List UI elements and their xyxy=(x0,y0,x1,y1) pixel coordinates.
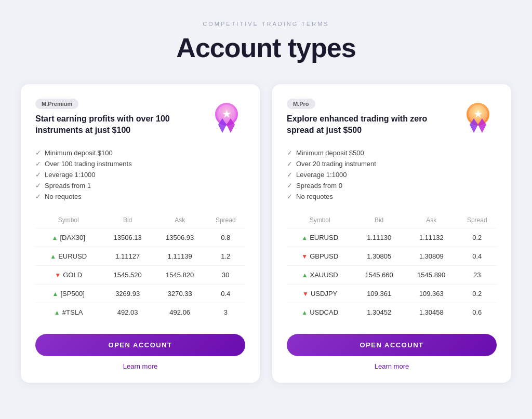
feature-item: ✓No requotes xyxy=(287,191,497,202)
spread-cell: 1.2 xyxy=(206,247,246,266)
feature-item: ✓Spreads from 0 xyxy=(287,180,497,191)
table-row: ▲USDCAD1.304521.304580.6 xyxy=(287,303,497,322)
table-column-header: Spread xyxy=(206,212,246,228)
checkmark-icon: ✓ xyxy=(35,182,41,190)
spread-cell: 30 xyxy=(206,266,246,285)
feature-text: Over 100 trading instruments xyxy=(45,160,132,168)
badge-premium: M.Premium xyxy=(35,99,78,109)
feature-text: Over 20 trading instrument xyxy=(296,160,376,168)
feature-text: Minimum deposit $500 xyxy=(296,149,364,157)
feature-item: ✓Spreads from 1 xyxy=(35,180,245,191)
bid-cell: 1.11127 xyxy=(101,247,154,266)
symbol-cell: ▲EURUSD xyxy=(287,228,353,247)
bid-cell: 492.03 xyxy=(101,303,154,322)
medal-premium-icon: ★ xyxy=(208,99,245,138)
feature-text: No requotes xyxy=(296,193,333,200)
badge-pro: M.Pro xyxy=(287,99,315,109)
bid-cell: 1.30805 xyxy=(353,247,405,266)
ask-cell: 1545.890 xyxy=(405,266,458,285)
medal-pro-icon: ★ xyxy=(459,99,497,138)
symbol-name: GBPUSD xyxy=(310,252,338,260)
feature-item: ✓Leverage 1:1000 xyxy=(35,169,245,180)
learn-more-link-pro[interactable]: Learn more xyxy=(287,362,497,370)
svg-text:★: ★ xyxy=(474,109,483,119)
checkmark-icon: ✓ xyxy=(287,182,292,190)
symbol-cell: ▼GBPUSD xyxy=(287,247,353,266)
table-row: ▲EURUSD1.111301.111320.2 xyxy=(287,228,497,247)
feature-text: Leverage 1:1000 xyxy=(45,171,96,179)
symbol-name: [SP500] xyxy=(60,290,84,298)
table-premium: SymbolBidAskSpread▲[DAX30]13506.1313506.… xyxy=(35,212,245,321)
symbol-cell: ▲[DAX30] xyxy=(35,228,101,247)
arrow-up-icon: ▲ xyxy=(52,234,58,241)
table-row: ▼USDJPY109.361109.3630.2 xyxy=(287,285,497,303)
card-premium-header: M.PremiumStart earning profits with over… xyxy=(35,99,245,138)
symbol-cell: ▲USDCAD xyxy=(287,303,353,322)
arrow-down-icon: ▼ xyxy=(301,253,308,260)
ask-cell: 1.30809 xyxy=(405,247,458,266)
feature-text: Minimum deposit $100 xyxy=(45,149,113,157)
feature-item: ✓Over 20 trading instrument xyxy=(287,158,497,169)
feature-text: Spreads from 1 xyxy=(45,182,91,190)
learn-more-link-premium[interactable]: Learn more xyxy=(35,362,245,370)
checkmark-icon: ✓ xyxy=(35,149,41,157)
spread-cell: 0.6 xyxy=(458,303,497,322)
table-column-header: Symbol xyxy=(35,212,101,228)
arrow-down-icon: ▼ xyxy=(55,272,61,279)
symbol-cell: ▲XAUUSD xyxy=(287,266,353,285)
symbol-name: XAUUSD xyxy=(310,271,338,279)
bid-cell: 1545.660 xyxy=(353,266,405,285)
ask-cell: 109.363 xyxy=(405,285,458,303)
section-label: COMPETITIVE TRADING TERMS xyxy=(203,21,329,27)
symbol-cell: ▲EURUSD xyxy=(35,247,101,266)
card-pro-title: Explore enhanced trading with zero sprea… xyxy=(287,113,451,137)
ask-cell: 1.11132 xyxy=(405,228,458,247)
ask-cell: 13506.93 xyxy=(154,228,206,247)
symbol-name: GOLD xyxy=(63,271,82,279)
feature-text: No requotes xyxy=(45,193,82,200)
table-row: ▼GOLD1545.5201545.82030 xyxy=(35,266,245,285)
table-row: ▲EURUSD1.111271.111391.2 xyxy=(35,247,245,266)
arrow-up-icon: ▲ xyxy=(50,253,56,260)
feature-text: Spreads from 0 xyxy=(296,182,342,190)
bid-cell: 13506.13 xyxy=(101,228,154,247)
bid-cell: 1545.520 xyxy=(101,266,154,285)
arrow-up-icon: ▲ xyxy=(301,309,308,316)
table-column-header: Ask xyxy=(154,212,206,228)
card-pro: M.ProExplore enhanced trading with zero … xyxy=(272,84,511,383)
table-row: ▼GBPUSD1.308051.308090.4 xyxy=(287,247,497,266)
open-account-button-pro[interactable]: OPEN ACCOUNT xyxy=(287,334,497,356)
feature-item: ✓Minimum deposit $100 xyxy=(35,147,245,158)
bid-cell: 1.11130 xyxy=(353,228,405,247)
table-column-header: Bid xyxy=(353,212,405,228)
bid-cell: 1.30452 xyxy=(353,303,405,322)
table-column-header: Spread xyxy=(458,212,497,228)
open-account-button-premium[interactable]: OPEN ACCOUNT xyxy=(35,334,245,356)
checkmark-icon: ✓ xyxy=(287,160,292,168)
symbol-name: EURUSD xyxy=(58,252,87,260)
table-row: ▲[DAX30]13506.1313506.930.8 xyxy=(35,228,245,247)
feature-item: ✓Minimum deposit $500 xyxy=(287,147,497,158)
arrow-up-icon: ▲ xyxy=(302,272,308,279)
bid-cell: 3269.93 xyxy=(101,285,154,303)
table-pro: SymbolBidAskSpread▲EURUSD1.111301.111320… xyxy=(287,212,497,321)
ask-cell: 1545.820 xyxy=(154,266,206,285)
table-column-header: Symbol xyxy=(287,212,353,228)
symbol-cell: ▲#TSLA xyxy=(35,303,101,322)
card-premium-header-text: M.PremiumStart earning profits with over… xyxy=(35,99,200,137)
spread-cell: 23 xyxy=(458,266,497,285)
symbol-cell: ▼USDJPY xyxy=(287,285,353,303)
symbol-cell: ▲[SP500] xyxy=(35,285,101,303)
symbol-name: EURUSD xyxy=(310,234,338,241)
table-row: ▲[SP500]3269.933270.330.4 xyxy=(35,285,245,303)
symbol-cell: ▼GOLD xyxy=(35,266,101,285)
spread-cell: 0.4 xyxy=(458,247,497,266)
spread-cell: 0.2 xyxy=(458,285,497,303)
arrow-up-icon: ▲ xyxy=(52,290,59,298)
svg-text:★: ★ xyxy=(222,109,231,119)
ask-cell: 492.06 xyxy=(154,303,206,322)
symbol-name: USDCAD xyxy=(310,308,338,316)
cards-container: M.PremiumStart earning profits with over… xyxy=(11,84,521,383)
table-column-header: Bid xyxy=(101,212,154,228)
checkmark-icon: ✓ xyxy=(287,193,292,200)
